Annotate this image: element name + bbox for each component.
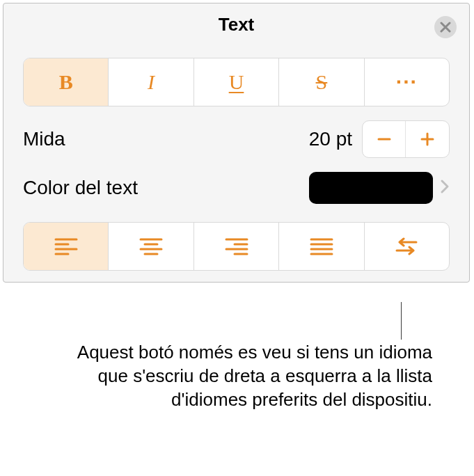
- strikethrough-button[interactable]: S: [279, 58, 364, 106]
- align-right-button[interactable]: [194, 223, 279, 270]
- size-increase-button[interactable]: [406, 121, 449, 157]
- strikethrough-icon: S: [316, 70, 328, 94]
- callout-wrap: Aquest botó només es veu si tens un idio…: [0, 302, 474, 411]
- size-row: Mida 20 pt: [23, 120, 450, 158]
- underline-button[interactable]: U: [194, 58, 279, 106]
- text-style-segmented: B I U S ···: [23, 58, 450, 106]
- align-left-button[interactable]: [24, 223, 109, 270]
- more-options-button[interactable]: ···: [365, 58, 449, 106]
- callout-line: [401, 302, 402, 340]
- size-decrease-button[interactable]: [363, 121, 406, 157]
- size-value: 20 pt: [309, 128, 352, 150]
- bold-button[interactable]: B: [24, 58, 109, 106]
- rtl-direction-icon: [394, 237, 419, 255]
- panel-title: Text: [219, 14, 255, 35]
- align-left-icon: [54, 237, 78, 255]
- rtl-direction-button[interactable]: [365, 223, 449, 270]
- align-right-icon: [225, 237, 248, 255]
- close-button[interactable]: [434, 16, 457, 38]
- panel-header: Text: [3, 3, 469, 45]
- align-justify-icon: [310, 237, 333, 255]
- close-icon: [440, 22, 451, 33]
- align-center-button[interactable]: [109, 223, 193, 270]
- size-stepper: [362, 120, 450, 158]
- italic-button[interactable]: I: [109, 58, 193, 106]
- text-color-swatch[interactable]: [309, 172, 433, 204]
- alignment-segmented: [23, 222, 450, 271]
- minus-icon: [376, 131, 393, 148]
- italic-icon: I: [148, 70, 155, 94]
- callout-text: Aquest botó només es veu si tens un idio…: [70, 302, 432, 411]
- align-center-icon: [139, 237, 163, 255]
- more-icon: ···: [396, 70, 418, 94]
- size-label: Mida: [23, 128, 65, 150]
- underline-icon: U: [229, 70, 244, 94]
- text-color-row[interactable]: Color del text: [23, 172, 450, 204]
- align-justify-button[interactable]: [279, 223, 364, 270]
- text-format-panel: Text B I U S ··· Mida 20 pt: [3, 3, 470, 283]
- bold-icon: B: [59, 70, 73, 94]
- size-right-group: 20 pt: [309, 120, 450, 158]
- text-color-right-group: [309, 172, 450, 204]
- chevron-right-icon: [440, 179, 450, 197]
- text-color-label: Color del text: [23, 177, 138, 199]
- plus-icon: [419, 131, 436, 148]
